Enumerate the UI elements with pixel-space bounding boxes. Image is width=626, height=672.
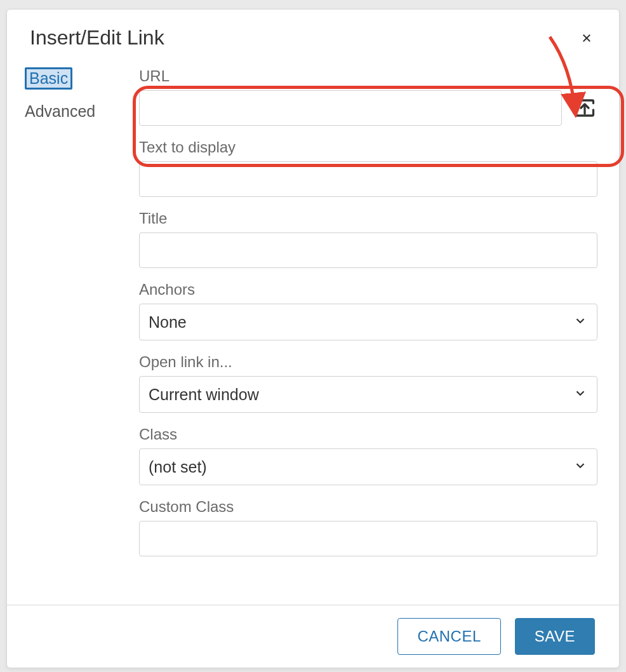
tab-advanced[interactable]: Advanced <box>25 98 95 124</box>
customclass-input[interactable] <box>139 521 597 556</box>
url-input[interactable] <box>139 90 562 126</box>
openlink-label: Open link in... <box>139 353 597 371</box>
url-browse-button[interactable] <box>572 95 597 121</box>
text-to-display-label: Text to display <box>139 138 597 156</box>
save-button[interactable]: SAVE <box>515 618 595 655</box>
field-class-group: Class (not set) <box>139 426 597 485</box>
field-anchors-group: Anchors None <box>139 281 597 340</box>
upload-icon <box>573 97 596 119</box>
class-select[interactable]: (not set) <box>139 448 597 485</box>
openlink-select[interactable]: Current window <box>139 376 597 413</box>
field-title-group: Title <box>139 210 597 268</box>
tab-list: Basic Advanced <box>25 67 139 605</box>
openlink-value: Current window <box>149 386 259 404</box>
insert-edit-link-dialog: Insert/Edit Link Basic Advanced URL <box>6 9 620 668</box>
class-label: Class <box>139 426 597 443</box>
form-area: URL Text to display <box>139 67 601 605</box>
dialog-body: Basic Advanced URL <box>7 56 619 605</box>
dialog-header: Insert/Edit Link <box>7 10 619 56</box>
field-url-group: URL <box>139 67 597 126</box>
title-input[interactable] <box>139 232 597 268</box>
field-customclass-group: Custom Class <box>139 498 597 556</box>
anchors-select[interactable]: None <box>139 304 597 340</box>
dialog-footer: CANCEL SAVE <box>7 605 619 668</box>
class-value: (not set) <box>149 458 207 476</box>
customclass-label: Custom Class <box>139 498 597 516</box>
field-text-group: Text to display <box>139 138 597 197</box>
tab-basic[interactable]: Basic <box>25 67 72 90</box>
field-openlink-group: Open link in... Current window <box>139 353 597 413</box>
anchors-label: Anchors <box>139 281 597 299</box>
anchors-value: None <box>149 313 187 332</box>
close-icon <box>581 31 592 45</box>
cancel-button[interactable]: CANCEL <box>397 618 500 655</box>
url-label: URL <box>139 67 597 85</box>
dialog-title: Insert/Edit Link <box>30 26 164 50</box>
text-to-display-input[interactable] <box>139 161 597 197</box>
title-label: Title <box>139 210 597 227</box>
close-button[interactable] <box>577 29 596 48</box>
